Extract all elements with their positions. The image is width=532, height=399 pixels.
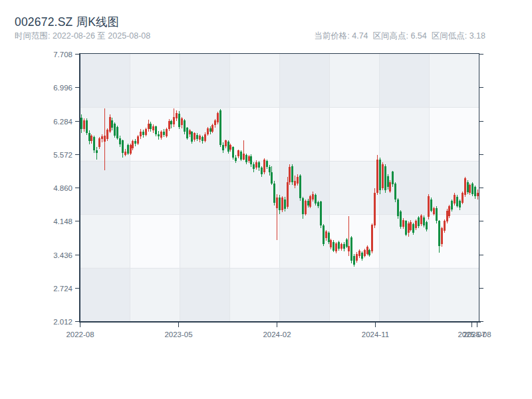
candle-body <box>168 121 170 130</box>
x-tick-label: 2025-08 <box>463 331 491 338</box>
y-tick-label: 2.724 <box>53 285 72 293</box>
x-tick-label: 2024-02 <box>263 331 291 338</box>
candle-body <box>243 154 245 159</box>
candle-body <box>368 250 370 255</box>
candle-body <box>152 126 154 130</box>
candle-body <box>83 120 85 129</box>
candle-body <box>96 150 98 153</box>
candle-body <box>309 196 311 207</box>
candle-body <box>273 184 275 203</box>
candle-body <box>350 237 352 261</box>
candle-body <box>214 120 216 125</box>
candle-body <box>142 132 144 135</box>
candle-body <box>294 181 296 186</box>
candle-body <box>291 166 293 182</box>
candle-body <box>145 129 147 134</box>
candle-body <box>394 184 396 200</box>
candle-body <box>330 240 332 247</box>
candle-body <box>361 253 363 258</box>
candle-body <box>240 152 242 159</box>
candle-body <box>420 215 422 224</box>
candle-body <box>364 250 366 256</box>
candle-body <box>412 224 414 233</box>
y-tick-label: 2.012 <box>53 318 72 326</box>
candle-body <box>448 206 450 216</box>
candle-body <box>104 136 106 142</box>
candle-body <box>248 156 250 161</box>
candle-body <box>335 243 337 251</box>
candle-body <box>356 254 358 261</box>
kline-chart: 7.7086.9966.2845.5724.8604.1483.4362.724… <box>0 0 532 399</box>
candle-body <box>320 201 322 225</box>
candle-body <box>299 176 301 199</box>
candle-body <box>348 246 350 251</box>
x-tick-label: 2023-05 <box>164 331 192 338</box>
candle-body <box>134 141 136 144</box>
candle-body <box>178 114 180 127</box>
candle-body <box>199 136 201 140</box>
candle-body <box>186 128 188 138</box>
candle-body <box>132 141 134 148</box>
candle-body <box>271 172 273 183</box>
x-tick-label: 2024-11 <box>362 331 389 338</box>
candle-body <box>343 244 345 249</box>
candle-body <box>245 155 247 162</box>
candle-body <box>111 120 113 128</box>
candle-body <box>297 177 299 183</box>
candle-body <box>173 117 175 124</box>
candle-body <box>382 164 384 188</box>
candle-body <box>137 136 139 144</box>
candle-body <box>353 256 355 265</box>
candle-body <box>471 184 473 194</box>
candle-body <box>444 221 446 231</box>
candle-body <box>477 193 479 196</box>
candle-body <box>317 202 319 206</box>
candle-body <box>312 194 314 200</box>
candle-body <box>86 120 88 133</box>
candle-body <box>170 121 172 125</box>
candle-body <box>253 164 255 169</box>
x-tick-label: 2022-08 <box>66 331 94 338</box>
candle-body <box>201 137 203 141</box>
candle-body <box>101 136 103 139</box>
candle-body <box>451 201 453 209</box>
candle-body <box>389 182 391 192</box>
candle-body <box>387 176 389 187</box>
candle-body <box>229 145 231 150</box>
candle-body <box>276 198 278 208</box>
candle-body <box>328 233 330 242</box>
candle-body <box>366 247 368 254</box>
candle-body <box>258 162 260 168</box>
candle-body <box>426 222 428 229</box>
candle-body <box>250 156 252 164</box>
y-tick-label: 5.572 <box>53 151 72 159</box>
candle-body <box>462 193 464 203</box>
candle-body <box>340 244 342 248</box>
candle-body <box>155 126 157 134</box>
candle-body <box>150 124 152 129</box>
candle-body <box>346 239 348 247</box>
candle-body <box>469 185 471 193</box>
candle-body <box>371 225 373 251</box>
candle-body <box>289 167 291 182</box>
candle-body <box>430 200 432 211</box>
candle-body <box>454 195 456 203</box>
candle-body <box>207 128 209 134</box>
candle-body <box>438 221 440 245</box>
candle-body <box>90 136 92 141</box>
candle-body <box>235 158 237 161</box>
candle-body <box>302 198 304 213</box>
candle-body <box>196 135 198 139</box>
candle-body <box>219 110 221 145</box>
candle-body <box>98 138 100 147</box>
candle-body <box>459 201 461 208</box>
candle-body <box>379 160 381 190</box>
candle-body <box>227 142 229 152</box>
candle-body <box>189 130 191 134</box>
candle-body <box>191 132 193 142</box>
candle-body <box>374 193 376 225</box>
candle-body <box>140 132 142 136</box>
candle-body <box>281 198 283 210</box>
candle-body <box>127 145 129 154</box>
candle-body <box>194 133 196 140</box>
